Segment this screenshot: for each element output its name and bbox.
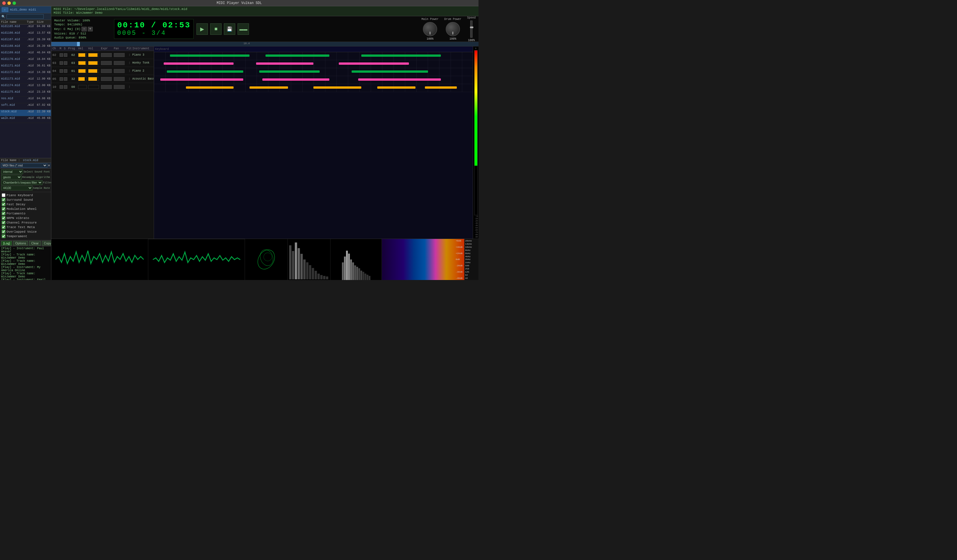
checkbox-row-overlap: Overlapped Voice	[2, 230, 49, 233]
list-item[interactable]: midi167.mid .mid 28.39 KB 2000/03/02 11:…	[0, 38, 51, 44]
piano-roll-header: Keyboard	[154, 46, 473, 52]
list-item[interactable]: midi174.mid .mid 12.90 KB 2000/03/02 10:…	[0, 84, 51, 90]
back-button[interactable]: ←	[2, 8, 8, 12]
vel-bar	[78, 69, 85, 73]
list-item[interactable]: midi169.mid .mid 46.04 KB 2000/03/02 11:…	[0, 51, 51, 57]
knob-indicator	[452, 32, 453, 35]
plus-btn[interactable]: +	[88, 27, 93, 32]
table-row[interactable]: 04 01 | Piano 2	[51, 67, 154, 75]
svg-rect-28	[365, 273, 366, 280]
db-label-pos0: +0dB	[456, 240, 463, 242]
checkbox-piano_kb[interactable]	[2, 193, 5, 197]
freq-svg	[288, 239, 330, 280]
mute-btn[interactable]	[60, 69, 63, 73]
log-line: [Play] - Track name: WinJammer Demo	[1, 272, 50, 278]
mute-btn[interactable]	[60, 85, 63, 89]
mute-btn[interactable]	[60, 77, 63, 81]
minus-btn[interactable]: −	[82, 27, 87, 32]
speed-slider[interactable]	[470, 21, 472, 38]
search-icon: 🔍	[2, 15, 5, 19]
list-item[interactable]: nos.mid .mid 84.98 KB 1999/08/20 16:24:0…	[0, 97, 51, 103]
search-input[interactable]	[6, 14, 44, 19]
vu-label: -10	[474, 218, 478, 220]
main-power-knob[interactable]	[423, 22, 437, 36]
sound-font-row: internal Select Sound Font	[1, 169, 50, 174]
list-item[interactable]: midi172.mid .mid 14.30 KB 2000/03/02 10:…	[0, 71, 51, 77]
checkbox-mod_wheel[interactable]	[2, 207, 5, 211]
list-item[interactable]: midi175.mid .mid 23.16 KB 2000/03/02 10:…	[0, 90, 51, 97]
checkbox-fast_decay[interactable]	[2, 202, 5, 206]
clear-button[interactable]: Clear	[29, 241, 41, 246]
mute-btn[interactable]	[60, 53, 63, 57]
vol-bar	[88, 53, 98, 57]
table-row[interactable]: 05 32 | Acoustic Bass	[51, 75, 154, 83]
log-line: [Play] - Track name: WinJammer Demo	[1, 259, 50, 266]
save-button[interactable]: 💾	[224, 24, 235, 35]
resample-row: gauss Resample algorithm	[1, 175, 50, 180]
ruler-icon: ▬▬	[239, 27, 247, 32]
filetype-select[interactable]: MIDI files (*.mid	[1, 163, 47, 168]
svg-rect-18	[344, 257, 346, 280]
list-item[interactable]: soft.mid .mid 67.92 KB 1999/06/16 11:54:…	[0, 103, 51, 110]
list-item[interactable]: midi165.mid .mid 84.98 KB 2000/03/22 19:…	[0, 25, 51, 31]
checkbox-portamento[interactable]	[2, 211, 5, 215]
list-item[interactable]: midi170.mid .mid 18.04 KB 2000/03/02 11:…	[0, 57, 51, 64]
main-power-label: Main Power	[422, 18, 439, 21]
checkbox-trace_text[interactable]	[2, 225, 5, 229]
options-button[interactable]: Options	[13, 241, 28, 246]
maximize-button[interactable]	[13, 2, 16, 5]
solo-btn[interactable]	[64, 61, 67, 65]
samplerate-select[interactable]: 44100	[1, 186, 33, 191]
list-item[interactable]: midi168.mid .mid 28.39 KB 2000/03/02 11:…	[0, 44, 51, 51]
list-item[interactable]: midi171.mid .mid 36.61 KB 2000/03/02 10:…	[0, 64, 51, 71]
list-item[interactable]: stock.mid .mid 22.39 KB 1996/09/08 14:26…	[0, 110, 51, 116]
solo-btn[interactable]	[64, 85, 67, 89]
folder2-label: midi	[28, 8, 36, 11]
svg-rect-14	[321, 275, 323, 279]
vu-0db: 0	[475, 47, 477, 50]
ruler-button[interactable]: ▬▬	[237, 24, 249, 35]
vol-col: Vol	[88, 47, 101, 50]
stop-button[interactable]: ■	[210, 24, 221, 35]
checkbox-nrpn[interactable]	[2, 216, 5, 220]
drum-power-knob[interactable]	[446, 22, 460, 36]
midi-title: MIDI Title: WinJammer Demo	[54, 11, 476, 14]
progress-bar[interactable]: 10.4	[51, 42, 478, 46]
list-item[interactable]: walk.mid .mid 45.06 KB 1999/06/16 11:53:…	[0, 116, 51, 123]
checkbox-ch_pressure[interactable]	[2, 221, 5, 224]
checkbox-surround[interactable]	[2, 198, 5, 202]
filter-select[interactable]: Chamberlin's lowpass filter	[1, 180, 43, 185]
checkbox-temperament[interactable]	[2, 234, 5, 238]
channel-area: Ch M S Prog Vel Vol Expr Pan Pit Instrum…	[51, 46, 478, 239]
checkbox-overlap[interactable]	[2, 230, 5, 233]
svg-rect-26	[360, 271, 362, 280]
sound-font-select[interactable]: internal	[1, 169, 23, 174]
solo-btn[interactable]	[64, 77, 67, 81]
solo-btn[interactable]	[64, 53, 67, 57]
close-button[interactable]	[2, 2, 6, 5]
piano-roll-canvas[interactable]	[154, 52, 473, 239]
log-tab-button[interactable]: [Log]	[1, 241, 12, 246]
resample-select[interactable]: gauss	[1, 175, 22, 180]
play-button[interactable]: ▶	[196, 24, 208, 35]
checkbox-row-portamento: Portamento	[2, 211, 49, 215]
audio-queue-info: Audio queue: 890%	[54, 36, 111, 39]
expr-col: Expr	[101, 47, 114, 50]
mute-btn[interactable]	[60, 61, 63, 65]
freq-label-2k: 2kHz	[465, 258, 478, 260]
checkbox-label-surround: Surround Sound	[6, 198, 33, 202]
table-row[interactable]: 03 03 | Honky Tonk	[51, 59, 154, 67]
vu-label: -20	[474, 220, 478, 222]
checkbox-row-nrpn: NRPN vibrato	[2, 216, 49, 220]
minimize-button[interactable]	[8, 2, 11, 5]
volume-info: Master Volume: 100%	[54, 19, 111, 22]
table-row[interactable]: 02 02 | Piano 3	[51, 51, 154, 59]
filetype-bar: MIDI files (*.mid ▼	[0, 162, 51, 168]
list-item[interactable]: midi173.mid .mid 12.90 KB 2000/03/02 11:…	[0, 77, 51, 84]
log-line: [Play] - Instrument: Paul Weaver	[1, 247, 50, 253]
solo-btn[interactable]	[64, 69, 67, 73]
drum-power-group: Drum Power 100%	[444, 18, 461, 41]
table-row[interactable]: 10 00 |	[51, 83, 154, 91]
list-item[interactable]: midi166.mid .mid 13.57 KB 2000/03/02 11:…	[0, 31, 51, 38]
instrument-name: Honky Tonk	[132, 61, 153, 65]
